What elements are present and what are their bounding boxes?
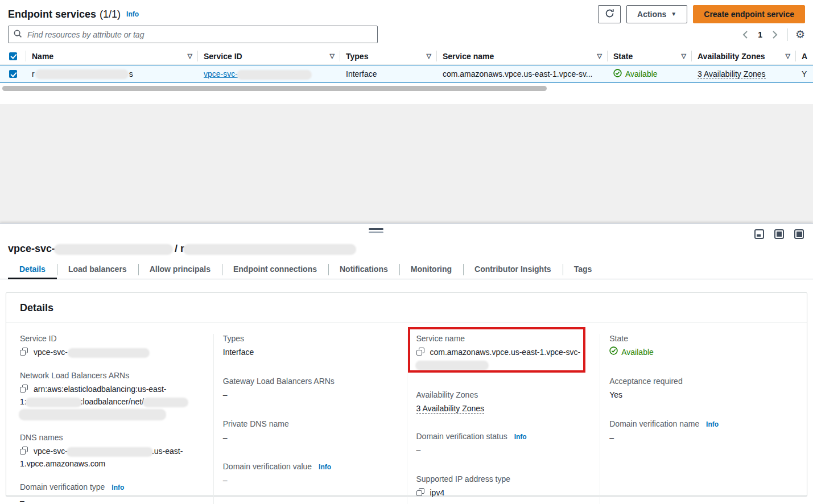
tab-contributor-insights[interactable]: Contributor Insights xyxy=(463,260,563,279)
redaction xyxy=(184,245,355,254)
copy-icon[interactable] xyxy=(20,447,28,455)
create-endpoint-service-button[interactable]: Create endpoint service xyxy=(693,5,805,23)
redaction xyxy=(416,362,488,369)
redaction xyxy=(238,71,311,79)
field-types: Types Interface xyxy=(223,334,398,358)
panel-tabs: Details Load balancers Allow principals … xyxy=(0,260,813,279)
filter-icon[interactable]: ▽ xyxy=(678,52,686,60)
row-types-cell: Interface xyxy=(340,65,437,82)
field-supported-ip-address-type: Supported IP address type ipv4 xyxy=(416,474,591,499)
details-column-2: Types Interface Gateway Load Balancers A… xyxy=(213,334,407,504)
chevron-down-icon: ▼ xyxy=(671,11,676,17)
copy-icon[interactable] xyxy=(20,348,28,356)
panel-size-large-icon[interactable] xyxy=(794,229,804,239)
filter-icon[interactable]: ▽ xyxy=(782,52,790,60)
horizontal-scrollbar xyxy=(0,84,813,93)
details-card: Details Service ID vpce-svc- Network Loa… xyxy=(6,292,807,496)
row-service-name-cell: com.amazonaws.vpce.us-east-1.vpce-sv... xyxy=(437,65,608,82)
field-service-id: Service ID vpce-svc- xyxy=(20,334,204,358)
column-header-service-id[interactable]: Service ID ▽ xyxy=(198,48,340,64)
search-icon xyxy=(14,30,22,40)
refresh-button[interactable] xyxy=(598,5,621,23)
info-link[interactable]: Info xyxy=(706,420,719,428)
redaction xyxy=(20,410,165,419)
resource-count: (1/1) xyxy=(100,9,121,20)
details-column-3: Service name com.amazonaws.vpce.us-east-… xyxy=(407,334,600,504)
copy-icon[interactable] xyxy=(416,488,425,497)
field-domain-verification-value: Domain verification value Info – xyxy=(223,462,398,486)
field-state: State Available xyxy=(609,334,784,358)
column-header-name[interactable]: Name ▽ xyxy=(26,48,198,64)
panel-drag-handle[interactable] xyxy=(369,228,383,233)
field-service-name: Service name com.amazonaws.vpce.us-east-… xyxy=(416,334,591,371)
tab-tags[interactable]: Tags xyxy=(563,260,604,279)
field-availability-zones: Availability Zones 3 Availability Zones xyxy=(416,390,591,415)
panel-layout-controls xyxy=(754,229,804,239)
chevron-left-icon[interactable] xyxy=(740,30,750,40)
actions-button[interactable]: Actions ▼ xyxy=(626,5,687,23)
column-header-state[interactable]: State ▽ xyxy=(608,48,692,64)
column-header-availability-zones[interactable]: Availability Zones ▽ xyxy=(692,48,796,64)
column-header-types[interactable]: Types ▽ xyxy=(340,48,437,64)
details-column-1: Service ID vpce-svc- Network Load Balanc… xyxy=(20,334,213,504)
row-availability-zones-cell: 3 Availability Zones xyxy=(692,65,796,82)
row-name-cell: r s xyxy=(26,65,198,82)
tab-details[interactable]: Details xyxy=(8,260,57,279)
redaction xyxy=(69,349,148,357)
row-acceptance-cell: Y xyxy=(796,65,813,82)
tab-notifications[interactable]: Notifications xyxy=(328,260,399,279)
chevron-right-icon[interactable] xyxy=(770,30,780,40)
field-domain-verification-type: Domain verification type Info – xyxy=(20,482,204,504)
info-link[interactable]: Info xyxy=(319,463,331,471)
column-header-service-name[interactable]: Service name ▽ xyxy=(437,48,608,64)
check-circle-icon xyxy=(609,346,618,358)
availability-zones-link[interactable]: 3 Availability Zones xyxy=(698,69,766,79)
detail-split-panel: vpce-svc- / r Details Load balancers All… xyxy=(0,223,813,504)
availability-zones-link[interactable]: 3 Availability Zones xyxy=(416,404,485,414)
field-gateway-load-balancers-arns: Gateway Load Balancers ARNs – xyxy=(223,377,398,401)
search-input[interactable] xyxy=(26,30,372,40)
header-info-link[interactable]: Info xyxy=(126,10,139,18)
check-circle-icon xyxy=(613,69,622,79)
tab-allow-principals[interactable]: Allow principals xyxy=(138,260,222,279)
field-dns-names: DNS names vpce-svc-.us-east- 1.vpce.amaz… xyxy=(20,433,204,470)
filter-icon[interactable]: ▽ xyxy=(423,52,431,60)
table-toolbar: 1 ⚙ xyxy=(0,23,813,43)
pagination: 1 ⚙ xyxy=(740,28,805,41)
tab-load-balancers[interactable]: Load balancers xyxy=(57,260,138,279)
endpoint-services-section: Endpoint services (1/1) Info Actions ▼ C… xyxy=(0,0,813,104)
filter-icon[interactable]: ▽ xyxy=(594,52,602,60)
gear-icon[interactable]: ⚙ xyxy=(795,29,805,40)
endpoint-services-table: Name ▽ Service ID ▽ Types ▽ Service name… xyxy=(0,48,813,93)
row-checkbox[interactable] xyxy=(9,70,17,78)
copy-icon[interactable] xyxy=(20,385,28,393)
row-state-cell: Available xyxy=(608,65,692,82)
tab-monitoring[interactable]: Monitoring xyxy=(399,260,463,279)
details-column-4: State Available Acceptance required Yes xyxy=(600,334,793,504)
tab-endpoint-connections[interactable]: Endpoint connections xyxy=(222,260,328,279)
page-number[interactable]: 1 xyxy=(758,30,762,39)
search-box[interactable] xyxy=(8,26,378,43)
panel-size-medium-icon[interactable] xyxy=(774,229,784,239)
scrollbar-thumb[interactable] xyxy=(2,86,547,91)
select-all-checkbox[interactable] xyxy=(9,52,17,60)
panel-size-small-icon[interactable] xyxy=(754,229,764,239)
redaction xyxy=(55,245,172,254)
column-header-acceptance[interactable]: A xyxy=(796,48,813,64)
pagination-divider xyxy=(787,28,788,41)
field-network-load-balancers-arns: Network Load Balancers ARNs arn:aws:elas… xyxy=(20,371,204,420)
redaction xyxy=(144,399,187,406)
row-service-id-cell: vpce-svc- xyxy=(198,65,340,82)
redaction xyxy=(68,448,152,456)
field-domain-verification-name: Domain verification name Info – xyxy=(609,419,784,444)
page-title: Endpoint services xyxy=(8,9,96,20)
filter-icon[interactable]: ▽ xyxy=(184,52,192,60)
info-link[interactable]: Info xyxy=(514,433,527,441)
redaction xyxy=(36,71,127,78)
copy-icon[interactable] xyxy=(416,348,425,356)
service-id-link[interactable]: vpce-svc- xyxy=(204,69,311,79)
table-row[interactable]: r s vpce-svc- Interface com.amazonaws.vp… xyxy=(0,65,813,83)
field-domain-verification-status: Domain verification status Info – xyxy=(416,432,591,456)
info-link[interactable]: Info xyxy=(112,484,124,491)
filter-icon[interactable]: ▽ xyxy=(327,52,335,60)
